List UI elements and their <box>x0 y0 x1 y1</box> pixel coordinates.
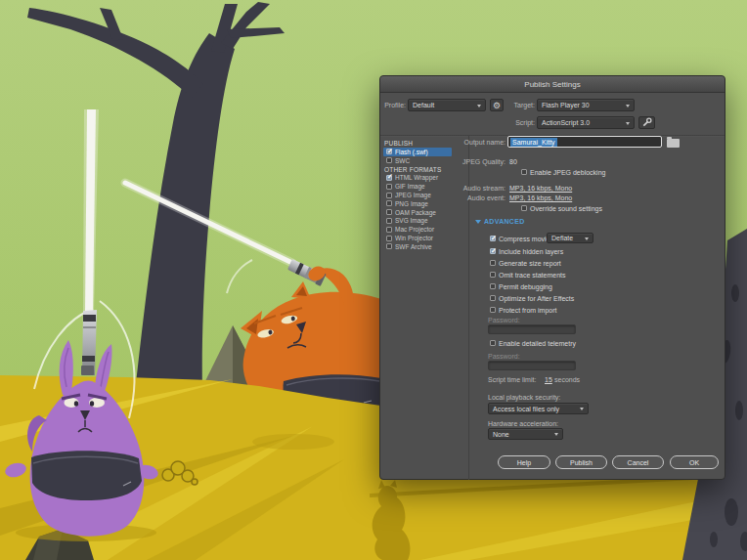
check-icon: ✓ <box>491 247 497 254</box>
chevron-down-icon <box>626 122 630 125</box>
script-settings-button[interactable] <box>638 116 655 129</box>
jpeg-quality-label: JPEG Quality: <box>419 158 505 166</box>
sidebar-item-swf-archive[interactable]: SWF Archive <box>383 242 452 251</box>
password-input[interactable] <box>488 324 576 334</box>
cancel-button[interactable]: Cancel <box>612 455 664 469</box>
profile-options-button[interactable]: ⚙ <box>490 99 504 111</box>
optimize-after-effects-checkbox[interactable] <box>490 295 496 301</box>
checkbox[interactable] <box>386 227 392 233</box>
compress-method-dropdown[interactable]: Deflate <box>547 233 593 243</box>
help-button[interactable]: Help <box>498 455 550 469</box>
checkbox[interactable] <box>386 157 392 163</box>
chevron-down-icon <box>585 237 589 240</box>
profile-label: Profile: <box>380 102 406 109</box>
checkbox[interactable] <box>386 236 392 241</box>
password-input[interactable] <box>488 361 576 370</box>
jpeg-deblocking-label[interactable]: Enable JPEG deblocking <box>530 169 605 177</box>
sidebar-item-win-projector[interactable]: Win Projector <box>383 234 452 242</box>
check-icon: ✓ <box>387 173 393 180</box>
permit-debugging-label[interactable]: Permit debugging <box>499 283 552 291</box>
advanced-section-toggle[interactable]: ADVANCED <box>475 218 525 225</box>
playback-security-dropdown[interactable]: Access local files only <box>488 403 589 414</box>
chevron-down-icon <box>477 105 481 108</box>
protect-from-import-checkbox[interactable] <box>490 307 496 313</box>
lightsaber-hilt <box>81 310 97 375</box>
jpeg-deblocking-checkbox[interactable] <box>521 169 527 175</box>
checkbox[interactable]: ✓ <box>386 149 392 154</box>
checkbox[interactable] <box>386 193 392 198</box>
password-label: Password: <box>488 317 520 324</box>
generate-size-report-label[interactable]: Generate size report <box>499 260 561 268</box>
permit-debugging-checkbox[interactable] <box>490 283 496 289</box>
publish-button[interactable]: Publish <box>555 455 607 469</box>
wrench-icon <box>641 117 652 128</box>
checkbox[interactable] <box>386 209 392 215</box>
sidebar-item-svg-image[interactable]: SVG Image <box>383 217 452 226</box>
checkbox[interactable] <box>386 200 392 206</box>
hardware-acceleration-label: Hardware acceleration: <box>488 420 558 428</box>
audio-event-label: Audio event: <box>419 194 505 202</box>
override-sound-checkbox[interactable] <box>521 205 527 211</box>
generate-size-report-checkbox[interactable] <box>490 260 496 266</box>
publish-settings-dialog: Publish Settings Profile: Default ⚙ Targ… <box>379 75 725 480</box>
chevron-down-icon <box>554 433 558 436</box>
include-hidden-layers-label[interactable]: Include hidden layers <box>499 248 563 256</box>
jpeg-quality-value[interactable]: 80 <box>509 158 517 166</box>
optimize-after-effects-label[interactable]: Optimize for After Effects <box>499 295 574 303</box>
password-label: Password: <box>488 353 520 361</box>
omit-trace-label[interactable]: Omit trace statements <box>499 272 565 280</box>
include-hidden-layers-checkbox[interactable]: ✓ <box>490 248 496 254</box>
sidebar-item-html-wrapper[interactable]: ✓ HTML Wrapper <box>383 174 452 183</box>
output-name-label: Output name: <box>435 139 505 147</box>
profile-dropdown[interactable]: Default <box>408 99 486 111</box>
check-icon: ✓ <box>491 235 497 241</box>
checkbox[interactable] <box>386 184 392 190</box>
checkbox[interactable] <box>386 218 392 224</box>
dialog-titlebar[interactable]: Publish Settings <box>380 76 725 93</box>
folder-icon[interactable] <box>667 139 680 148</box>
chevron-down-icon <box>626 105 630 108</box>
sidebar-item-mac-projector[interactable]: Mac Projector <box>383 225 452 234</box>
script-time-limit-suffix: seconds <box>554 376 580 384</box>
triangle-down-icon <box>475 220 481 224</box>
bunny-pants <box>31 451 142 500</box>
sidebar-item-oam-package[interactable]: OAM Package <box>383 208 452 217</box>
detailed-telemetry-label[interactable]: Enable detailed telemetry <box>499 340 576 348</box>
protect-from-import-label[interactable]: Protect from import <box>499 307 557 315</box>
animation-canvas: Publish Settings Profile: Default ⚙ Targ… <box>0 0 747 560</box>
dialog-title: Publish Settings <box>524 80 580 89</box>
hardware-acceleration-dropdown[interactable]: None <box>488 428 563 440</box>
target-dropdown[interactable]: Flash Player 30 <box>537 99 635 111</box>
gear-icon: ⚙ <box>493 101 501 110</box>
script-time-limit-value[interactable]: 15 <box>545 376 552 384</box>
checkbox[interactable]: ✓ <box>386 175 392 181</box>
playback-security-label: Local playback security: <box>488 394 560 402</box>
audio-stream-label: Audio stream: <box>419 185 505 193</box>
script-label: Script: <box>505 119 535 127</box>
script-time-limit-label: Script time limit: <box>488 376 536 384</box>
compress-movie-checkbox[interactable]: ✓ <box>490 236 496 241</box>
audio-event-value[interactable]: MP3, 16 kbps, Mono <box>509 194 572 202</box>
chevron-down-icon <box>580 408 584 410</box>
check-icon: ✓ <box>387 148 393 154</box>
detailed-telemetry-checkbox[interactable] <box>490 340 496 346</box>
sidebar-item-flash-swf[interactable]: ✓ Flash (.swf) <box>383 148 452 156</box>
compress-movie-label[interactable]: Compress movie <box>499 236 550 243</box>
audio-stream-value[interactable]: MP3, 16 kbps, Mono <box>509 185 572 193</box>
omit-trace-checkbox[interactable] <box>490 272 496 278</box>
override-sound-label[interactable]: Override sound settings <box>530 205 602 213</box>
checkbox[interactable] <box>386 243 392 249</box>
output-name-input[interactable]: Samurai_Kitty <box>507 136 662 148</box>
ok-button[interactable]: OK <box>670 455 719 469</box>
script-dropdown[interactable]: ActionScript 3.0 <box>537 116 635 129</box>
target-label: Target: <box>505 102 535 109</box>
